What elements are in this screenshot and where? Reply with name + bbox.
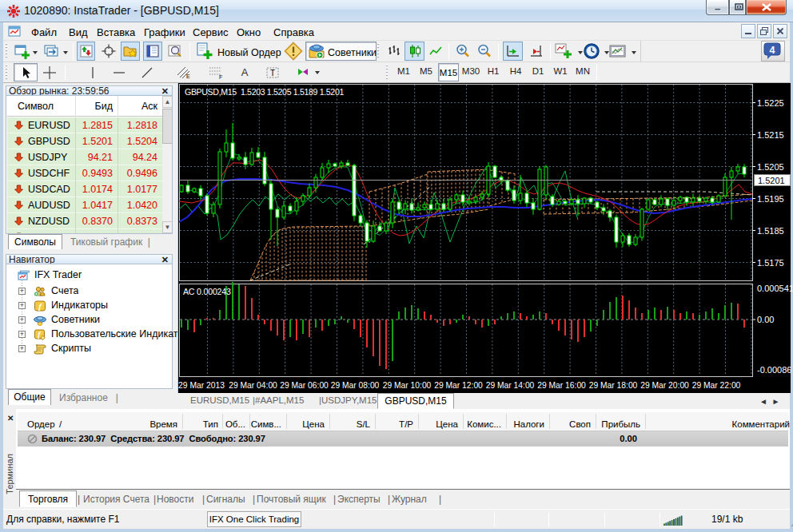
svg-text:1.5175: 1.5175 [757,258,784,268]
svg-text:1.5195: 1.5195 [757,194,784,204]
svg-text:29 Mar 14:00: 29 Mar 14:00 [486,381,535,390]
svg-text:0.00: 0.00 [757,315,774,324]
svg-text:29 Mar 22:00: 29 Mar 22:00 [692,381,741,390]
svg-text:29 Mar 04:00: 29 Mar 04:00 [229,381,277,390]
svg-text:29 Mar 2013: 29 Mar 2013 [178,381,225,390]
svg-text:1.5201: 1.5201 [758,176,785,185]
svg-text:1.5215: 1.5215 [757,130,784,140]
svg-text:0.000541: 0.000541 [757,284,793,293]
svg-text:1.5205: 1.5205 [757,162,784,172]
svg-text:1.5225: 1.5225 [757,98,784,108]
svg-text:29 Mar 16:00: 29 Mar 16:00 [537,381,586,390]
svg-text:29 Mar 10:00: 29 Mar 10:00 [383,381,432,390]
svg-text:GBPUSD,M15 1.5203 1.5205 1.51: GBPUSD,M15 1.5203 1.5205 1.5189 1.5201 [185,87,344,97]
svg-text:29 Mar 18:00: 29 Mar 18:00 [589,381,638,390]
svg-text:29 Mar 20:00: 29 Mar 20:00 [640,381,689,390]
svg-text:AC 0.000243: AC 0.000243 [183,287,231,296]
svg-text:29 Mar 12:00: 29 Mar 12:00 [434,381,483,390]
svg-text:29 Mar 08:00: 29 Mar 08:00 [331,381,380,390]
svg-text:1.5185: 1.5185 [757,226,784,236]
svg-text:-0.00086: -0.00086 [757,365,791,375]
svg-text:29 Mar 06:00: 29 Mar 06:00 [280,381,329,390]
